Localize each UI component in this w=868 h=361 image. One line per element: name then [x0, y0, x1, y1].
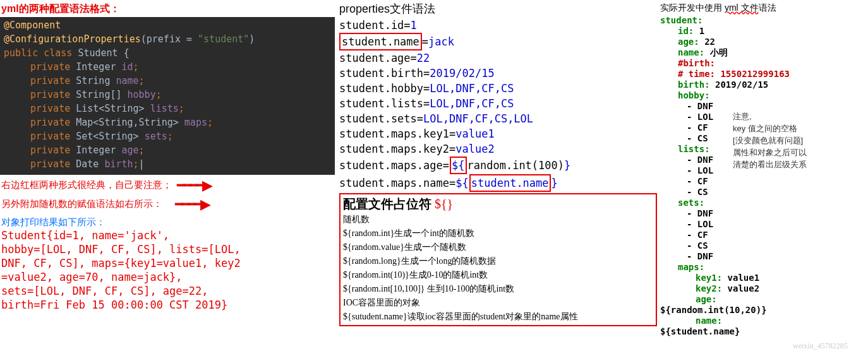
output-line: birth=Fri Feb 15 00:00:00 CST 2019}	[1, 298, 335, 312]
yml-footer-line: ${student.name}	[660, 326, 865, 337]
properties-title: properties文件语法	[339, 1, 657, 16]
prop-line: student.maps.name=${student.name}	[339, 174, 657, 192]
ph-line: ${random.int(10)}生成0-10的随机int数	[343, 268, 653, 282]
ph-line: 随机数	[343, 213, 653, 227]
java-code-block: @Component @ConfigurationProperties(pref…	[0, 17, 335, 175]
prop-line: student.maps.key1=value1	[339, 126, 657, 141]
highlight-box: student.name	[469, 174, 551, 192]
arrow-icon: ━━━━▶	[177, 177, 211, 194]
prop-line: student.sets=LOL,DNF,CF,CS,LOL	[339, 111, 657, 126]
ph-line: IOC容器里面的对象	[343, 296, 653, 310]
yml-title: yml的两种配置语法格式：	[1, 3, 335, 16]
ph-line: ${random.int}生成一个int的随机数	[343, 227, 653, 240]
prop-line: student.id=1	[339, 18, 657, 33]
output-line: =value2, age=70, name=jack},	[1, 270, 335, 284]
arrow-icon: ━━━━▶	[175, 196, 209, 213]
note-2: 另外附加随机数的赋值语法如右所示：━━━━▶	[1, 196, 335, 213]
watermark: weixin_45782285	[793, 341, 848, 351]
ph-line: ${random.int[10,100]} 生到10-100的随机int数	[343, 282, 653, 296]
prop-line: student.hobby=LOL,DNF,CF,CS	[339, 81, 657, 96]
highlight-box: student.name	[339, 33, 422, 50]
ph-line: ${random.long}生成一个long的随机数据	[343, 254, 653, 268]
output-line: DNF, CF, CS], maps={key1=value1, key2	[1, 256, 335, 270]
prop-line: student.maps.age=${random.int(100)}	[339, 157, 657, 174]
column-left: yml的两种配置语法格式： @Component @ConfigurationP…	[0, 0, 335, 312]
note-1: 右边红框两种形式很经典，自己要注意；━━━━▶	[1, 177, 335, 194]
prop-line: student.birth=2019/02/15	[339, 66, 657, 81]
placeholder-box: 配置文件占位符 ${} 随机数 ${random.int}生成一个int的随机数…	[339, 193, 657, 326]
ph-line: ${sutudent.name}读取ioc容器里面的student对象里的nam…	[343, 310, 653, 324]
highlight-box: ${	[450, 157, 466, 174]
yml-footer-line: ${random.int(10,20)}	[660, 305, 865, 316]
prop-line: student.maps.key2=value2	[339, 141, 657, 157]
side-note: 注意, key 值之间的空格 [没变颜色就有问题] 属性和对象之后可以 清楚的看…	[733, 110, 807, 170]
ph-line: ${random.value}生成一个随机数	[343, 240, 653, 254]
output-line: hobby=[LOL, DNF, CF, CS], lists=[LOL,	[1, 242, 335, 256]
prop-line: student.name=jack	[339, 33, 657, 50]
placeholder-title: 配置文件占位符 ${}	[343, 196, 653, 213]
column-middle: properties文件语法 student.id=1 student.name…	[338, 0, 657, 326]
prop-line: student.lists=LOL,DNF,CF,CS	[339, 96, 657, 111]
output-line: Student{id=1, name='jack',	[1, 228, 335, 242]
output-line: sets=[LOL, DNF, CF, CS], age=22,	[1, 284, 335, 298]
yml-usage-title: 实际开发中使用 yml 文件语法	[660, 3, 865, 14]
result-title: 对象打印结果如下所示：	[1, 216, 335, 228]
prop-line: student.age=22	[339, 50, 657, 66]
